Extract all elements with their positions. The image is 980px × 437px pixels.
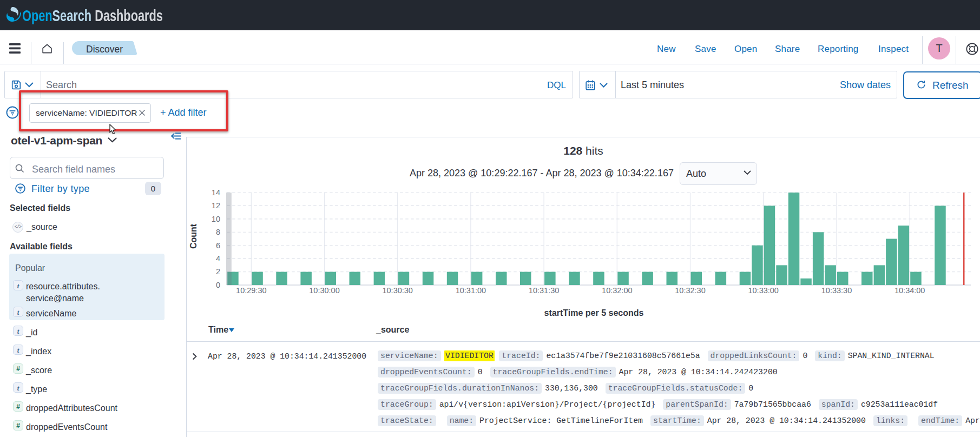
svg-text:0: 0 [216, 281, 220, 289]
svg-text:10:30:30: 10:30:30 [382, 286, 412, 295]
svg-text:10:33:30: 10:33:30 [821, 286, 852, 295]
svg-text:10: 10 [212, 215, 220, 223]
svg-text:12: 12 [212, 201, 220, 210]
svg-text:2: 2 [216, 267, 220, 276]
svg-text:10:32:00: 10:32:00 [602, 286, 632, 295]
svg-text:10:34:00: 10:34:00 [895, 286, 925, 295]
svg-text:10:30:00: 10:30:00 [309, 286, 339, 295]
svg-text:8: 8 [216, 228, 220, 236]
svg-text:14: 14 [212, 188, 220, 197]
svg-text:10:31:00: 10:31:00 [456, 286, 486, 295]
svg-text:Count: Count [189, 223, 198, 249]
svg-text:10:31:30: 10:31:30 [529, 286, 559, 295]
svg-text:6: 6 [216, 241, 220, 250]
svg-text:10:33:00: 10:33:00 [748, 286, 778, 295]
svg-text:10:32:30: 10:32:30 [675, 286, 705, 295]
svg-text:10:29:30: 10:29:30 [236, 286, 266, 295]
svg-text:4: 4 [216, 254, 220, 263]
